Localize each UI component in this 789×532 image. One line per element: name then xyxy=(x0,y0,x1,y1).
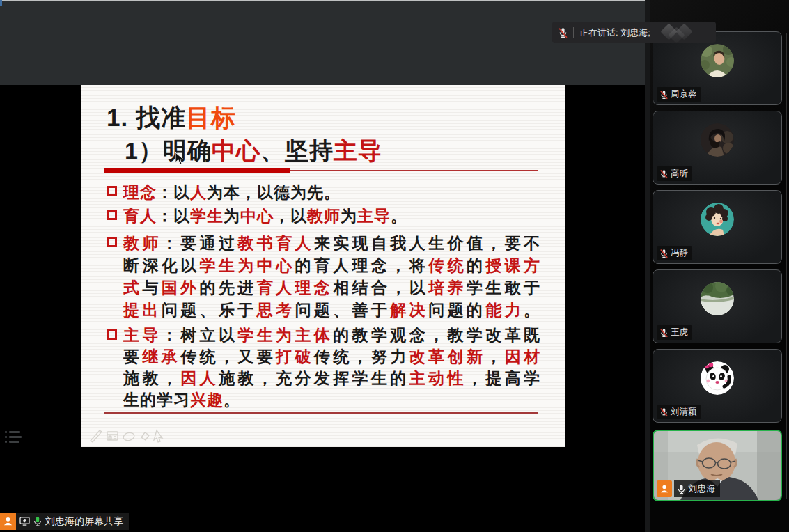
bullet-teacher: 教师：要通过教书育人来实现自我人生价值，要不 断深化以学生为中心的育人理念，将传… xyxy=(106,232,540,321)
participant-tile-4[interactable]: 王虎 xyxy=(653,269,782,343)
participant-tile-6-active-speaker[interactable]: 刘忠海 xyxy=(653,430,782,501)
participant-name: 刘忠海 xyxy=(688,483,715,495)
name-chip: 高昕 xyxy=(657,166,692,181)
slide-title-line1: 1. 找准目标 xyxy=(107,102,236,134)
bullet-square-icon xyxy=(107,329,117,340)
host-badge xyxy=(657,480,672,497)
sidebar-seam xyxy=(645,0,650,532)
share-banner-body: 刘忠海的屏幕共享 xyxy=(16,513,129,530)
watermark-logo xyxy=(660,24,698,42)
participant-tile-5[interactable]: 刘清颖 xyxy=(653,349,782,423)
list-outline-icon[interactable] xyxy=(5,430,22,446)
share-banner-label: 刘忠海的屏幕共享 xyxy=(45,515,123,528)
avatar xyxy=(701,123,734,157)
name-chip: 刘清颖 xyxy=(657,405,701,419)
avatar xyxy=(701,361,734,395)
title-accent-line xyxy=(290,170,538,171)
participant-tile-2[interactable]: 高昕 xyxy=(653,111,782,185)
screen-share-view: 1. 找准目标 1）明确中心、坚持主导 理念：以人为本，以德为先。 育人：以学生… xyxy=(0,0,648,532)
shared-screen-top-band xyxy=(0,0,648,85)
name-chip: 冯静 xyxy=(657,246,692,260)
mic-muted-icon xyxy=(659,328,669,338)
name-chip: 刘忠海 xyxy=(657,480,720,497)
sidebar-scrollbar[interactable] xyxy=(786,33,787,499)
name-chip: 周京蓉 xyxy=(657,87,701,102)
participant-name: 刘清颖 xyxy=(671,406,697,418)
screen-share-banner: 刘忠海的屏幕共享 xyxy=(0,513,129,530)
mic-on-icon xyxy=(33,516,42,526)
participants-sidebar: 周京蓉 xyxy=(648,0,789,532)
slide-title-line2: 1）明确中心、坚持主导 xyxy=(125,135,382,167)
avatar xyxy=(701,282,734,315)
meeting-window: 1. 找准目标 1）明确中心、坚持主导 理念：以人为本，以德为先。 育人：以学生… xyxy=(0,0,789,532)
avatar xyxy=(701,203,734,236)
host-badge xyxy=(0,513,16,530)
pencil-icon xyxy=(91,430,102,442)
mic-muted-icon xyxy=(659,249,669,258)
participant-name: 高昕 xyxy=(671,168,688,180)
mic-muted-icon xyxy=(659,90,669,100)
mouse-cursor-icon xyxy=(175,152,185,166)
speaking-label: 正在讲话: 刘忠海; xyxy=(579,26,650,39)
mic-muted-icon xyxy=(659,169,669,179)
bullet-square-icon xyxy=(107,186,117,196)
slide-bottom-rule xyxy=(104,412,538,414)
speaking-indicator-bar: 正在讲话: 刘忠海; xyxy=(552,22,716,43)
screen-share-icon xyxy=(19,517,30,526)
shared-screen-top-edge xyxy=(0,0,648,1)
mic-muted-icon xyxy=(558,27,568,38)
bullet-education: 育人：以学生为中心，以教师为主导。 xyxy=(106,205,540,227)
avatar xyxy=(701,44,734,77)
bullet-square-icon xyxy=(107,210,117,220)
person-icon xyxy=(3,516,13,526)
bullet-square-icon xyxy=(107,237,117,247)
mic-on-icon xyxy=(677,484,686,494)
title-accent-bar xyxy=(104,168,290,173)
participant-name: 王虎 xyxy=(671,327,688,338)
eraser-icon xyxy=(141,432,149,440)
mic-muted-icon xyxy=(659,407,669,417)
arrow-cursor-icon xyxy=(154,430,162,442)
divider xyxy=(573,27,574,38)
bullet-leading: 主导：树立以学生为主体的教学观念，教学改革既 要继承传统，又要打破传统，努力改革… xyxy=(106,324,540,411)
laser-ellipse-icon xyxy=(123,432,135,442)
person-icon xyxy=(659,484,669,494)
name-chip: 王虎 xyxy=(657,325,692,340)
shared-screen-corner-artifact xyxy=(0,0,2,6)
presenter-tools xyxy=(88,428,166,443)
grid-icon xyxy=(107,435,118,440)
presentation-slide: 1. 找准目标 1）明确中心、坚持主导 理念：以人为本，以德为先。 育人：以学生… xyxy=(81,85,565,447)
participant-tile-3[interactable]: 冯静 xyxy=(653,190,782,264)
participant-name: 周京蓉 xyxy=(671,88,697,100)
bullet-concept: 理念：以人为本，以德为先。 xyxy=(106,181,540,203)
participant-name: 冯静 xyxy=(671,247,688,259)
